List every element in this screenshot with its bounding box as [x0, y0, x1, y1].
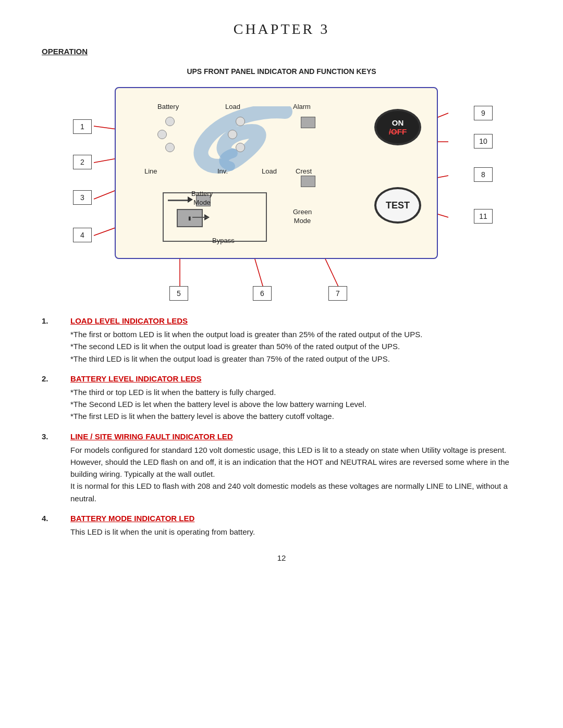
battery-led-1	[165, 117, 175, 126]
test-button[interactable]: TEST	[374, 187, 421, 224]
section-1-heading: LOAD LEVEL INDICATOR LEDS	[70, 316, 521, 325]
num-label-9: 9	[474, 106, 493, 120]
section-1-body: *The first or bottom LED is lit when the…	[70, 328, 521, 365]
section-2-body: *The third or top LED is lit when the ba…	[70, 386, 521, 423]
battery-led-3	[165, 143, 175, 152]
panel-line-label: Line	[144, 167, 157, 175]
section-4-heading: BATTERY MODE INDICATOR LED	[70, 514, 521, 523]
panel-battery-label: Battery	[157, 103, 179, 110]
num-label-8: 8	[474, 167, 493, 182]
section-4: 4. BATTERY MODE INDICATOR LED This LED i…	[42, 514, 521, 538]
panel-green-mode: Green Mode	[293, 208, 312, 226]
panel-alarm-label: Alarm	[293, 103, 311, 110]
num-label-2: 2	[73, 155, 92, 169]
section-3: 3. LINE / SITE WIRING FAULT INDICATOR LE…	[42, 432, 521, 504]
section-4-num: 4.	[42, 514, 70, 523]
panel-load2-label: Load	[262, 167, 277, 175]
test-label: TEST	[386, 200, 410, 211]
panel-box: Battery Load Alarm ON /OFF Line	[115, 87, 438, 259]
operation-heading: OPERATION	[42, 47, 521, 56]
section-3-body: For models configured for standard 120 v…	[70, 444, 521, 504]
panel-crest-label: Crest	[296, 167, 312, 175]
line-arrow	[168, 200, 189, 201]
panel-battery-mode: Battery Mode	[191, 190, 213, 207]
alarm-indicator	[301, 117, 315, 128]
crest-indicator	[301, 176, 315, 187]
load-led-3	[236, 143, 245, 152]
load-led-2	[228, 130, 237, 139]
diagram-title: UPS FRONT PANEL INDICATOR AND FUNCTION K…	[42, 67, 521, 76]
on-label: ON	[392, 118, 404, 127]
section-3-num: 3.	[42, 432, 70, 441]
panel-load-label: Load	[225, 103, 240, 110]
dc-line	[192, 217, 208, 218]
section-3-heading: LINE / SITE WIRING FAULT INDICATOR LED	[70, 432, 521, 441]
section-1-num: 1.	[42, 316, 70, 325]
num-label-10: 10	[474, 134, 493, 149]
num-label-3: 3	[73, 190, 92, 205]
battery-icon-box: ▮	[177, 209, 203, 227]
num-label-6: 6	[253, 286, 272, 301]
page-number: 12	[42, 553, 521, 562]
section-3-content: LINE / SITE WIRING FAULT INDICATOR LED F…	[70, 432, 521, 504]
battery-led-2	[157, 130, 167, 139]
on-off-button[interactable]: ON /OFF	[374, 109, 421, 145]
section-4-content: BATTERY MODE INDICATOR LED This LED is l…	[70, 514, 521, 538]
diagram-container: Battery Load Alarm ON /OFF Line	[42, 82, 521, 301]
section-2-content: BATTERY LEVEL INDICATOR LEDS *The third …	[70, 374, 521, 423]
sections: 1. LOAD LEVEL INDICATOR LEDS *The first …	[42, 316, 521, 538]
chapter-title: CHAPTER 3	[42, 21, 521, 38]
section-1: 1. LOAD LEVEL INDICATOR LEDS *The first …	[42, 316, 521, 365]
load-led-1	[236, 117, 245, 126]
section-1-content: LOAD LEVEL INDICATOR LEDS *The first or …	[70, 316, 521, 365]
num-label-1: 1	[73, 119, 92, 134]
panel-inv-label: Inv.	[217, 167, 228, 175]
section-2-num: 2.	[42, 374, 70, 383]
num-label-4: 4	[73, 228, 92, 242]
off-label: /OFF	[389, 127, 407, 136]
num-label-5: 5	[169, 286, 188, 301]
diagram-section: UPS FRONT PANEL INDICATOR AND FUNCTION K…	[42, 67, 521, 301]
panel-bypass-label: Bypass	[212, 237, 235, 244]
section-2: 2. BATTERY LEVEL INDICATOR LEDS *The thi…	[42, 374, 521, 423]
num-label-11: 11	[474, 209, 493, 224]
num-label-7: 7	[328, 286, 347, 301]
circuit-box: ▮	[163, 192, 267, 242]
section-2-heading: BATTERY LEVEL INDICATOR LEDS	[70, 374, 521, 383]
section-4-body: This LED is lit when the unit is operati…	[70, 526, 521, 538]
